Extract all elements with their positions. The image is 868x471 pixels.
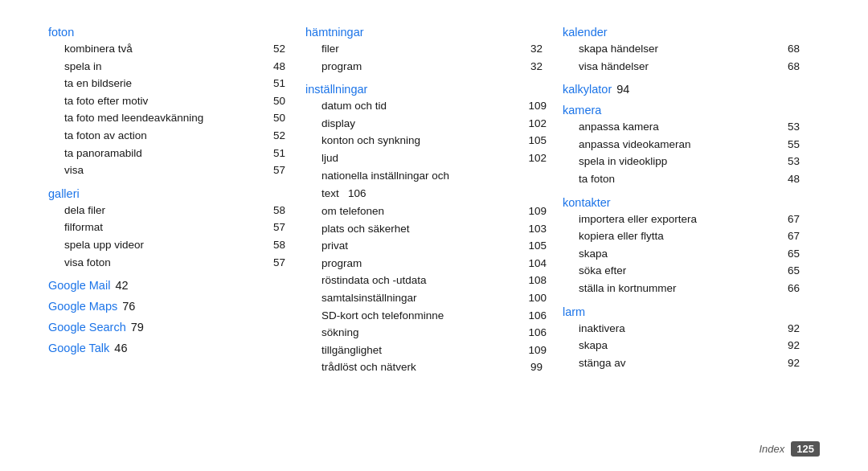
subitem-page: 102 <box>528 149 547 167</box>
subitem-page: 109 <box>528 203 547 220</box>
subitem-page: 57 <box>273 162 289 179</box>
subitem-page: 109 <box>528 342 547 359</box>
subitem-page: 66 <box>788 280 804 297</box>
subitem-page: 92 <box>788 354 804 372</box>
subitem-text: dela filer <box>64 202 268 219</box>
subitem-text: ta foto med leendeavkänning <box>64 109 268 127</box>
subitem-page: 109 <box>528 97 547 115</box>
subitem-page: 108 <box>528 272 547 289</box>
subitem-text: importera eller exportera <box>579 211 783 228</box>
subitem-page: 102 <box>528 115 547 133</box>
subitem-text: röstindata och -utdata <box>321 272 523 289</box>
index-subitem: filer32 <box>305 40 547 58</box>
subitem-text: datum och tid <box>321 97 523 115</box>
subitem-text: ställa in kortnummer <box>579 280 783 297</box>
subitem-text: tillgänglighet <box>321 342 523 359</box>
subitem-text: om telefonen <box>321 203 523 220</box>
index-subitem: konton och synkning105 <box>305 132 547 149</box>
heading-page: 42 <box>115 279 128 292</box>
subitem-page: 57 <box>273 219 289 236</box>
heading-page: 79 <box>131 321 144 334</box>
index-heading-hämtningar: hämtningar <box>305 26 547 39</box>
subitem-text: skapa händelser <box>579 40 783 58</box>
subitem-text: ljud <box>321 149 523 167</box>
subitem-text: ta foton <box>579 170 783 188</box>
subitem-text: spela in videoklipp <box>579 153 783 170</box>
subitem-text: ta foto efter motiv <box>64 92 268 110</box>
index-heading-foton: foton <box>48 26 289 39</box>
subitem-page: 104 <box>528 255 547 272</box>
subitem-page: 105 <box>528 237 547 255</box>
heading-page: 76 <box>122 300 135 313</box>
subitem-page: 55 <box>788 136 804 154</box>
subitem-text: program <box>321 255 523 272</box>
subitem-text: kombinera två <box>64 40 268 58</box>
subitem-text: skapa <box>579 337 783 354</box>
subitem-text: sökning <box>321 324 523 342</box>
index-subitem: visa foton57 <box>48 254 289 272</box>
subitem-text: ta foton av action <box>64 127 268 145</box>
index-heading-kalkylator: kalkylator94 <box>563 83 804 96</box>
subitem-page: 52 <box>273 127 289 145</box>
subitem-page: 68 <box>788 40 804 58</box>
subitem-page: 58 <box>273 236 289 254</box>
index-subitem: spela upp videor58 <box>48 236 289 254</box>
heading-page: 46 <box>114 342 127 354</box>
subitem-text: spela upp videor <box>64 236 268 254</box>
index-subitem: filformat57 <box>48 219 289 236</box>
column-1: fotonkombinera två52spela in48ta en bild… <box>48 26 305 445</box>
subitem-text: trådlöst och nätverk <box>321 358 526 376</box>
subitem-page: 65 <box>788 245 804 263</box>
subitem-page: 51 <box>273 145 289 162</box>
index-subitem: importera eller exportera67 <box>563 211 804 228</box>
index-subitem: spela in48 <box>48 58 289 76</box>
subitem-page: 106 <box>528 307 547 325</box>
index-subitem: kopiera eller flytta67 <box>563 227 804 245</box>
subitem-page: 48 <box>273 58 289 76</box>
subitem-page: 105 <box>528 132 547 149</box>
subitem-page: 99 <box>530 358 547 376</box>
subitem-text: stänga av <box>579 354 783 372</box>
subitem-text2: text 106 <box>321 187 366 199</box>
index-heading-google-maps: Google Maps76 <box>48 300 289 313</box>
footer-label: Index <box>759 443 784 455</box>
subitem-text: SD-kort och telefonminne <box>321 307 523 325</box>
subitem-text: kopiera eller flytta <box>579 227 783 245</box>
subitem-page: 53 <box>788 153 804 170</box>
subitem-text: anpassa kamera <box>579 118 783 136</box>
subitem-text: plats och säkerhet <box>321 220 523 238</box>
subitem-page: 52 <box>273 40 289 58</box>
index-subitem: inaktivera92 <box>563 320 804 338</box>
subitem-text: visa <box>64 162 268 179</box>
heading-text: Google Mail <box>48 279 110 292</box>
heading-page: 94 <box>616 83 629 96</box>
subitem-text: ta panoramabild <box>64 145 268 162</box>
index-heading-galleri: galleri <box>48 187 289 200</box>
subitem-text: program <box>321 58 526 76</box>
index-subitem: söka efter65 <box>563 262 804 280</box>
index-subitem: ta en bildserie51 <box>48 75 289 92</box>
index-subitem: datum och tid109 <box>305 97 547 115</box>
index-subitem: anpassa videokameran55 <box>563 136 804 154</box>
subitem-text: spela in <box>64 58 268 76</box>
subitem-text: filer <box>321 40 526 58</box>
index-subitem: skapa92 <box>563 337 804 354</box>
index-subitem: ta foto med leendeavkänning50 <box>48 109 289 127</box>
index-subitem: tillgänglighet109 <box>305 342 547 359</box>
subitem-page: 65 <box>788 262 804 280</box>
index-subitem: ställa in kortnummer66 <box>563 280 804 297</box>
index-subitem: SD-kort och telefonminne106 <box>305 307 547 325</box>
index-heading-kalender: kalender <box>563 26 804 39</box>
index-subitem: visa57 <box>48 162 289 179</box>
subitem-text: konton och synkning <box>321 132 523 149</box>
subitem-page: 51 <box>273 75 289 92</box>
index-subitem: program104 <box>305 255 547 272</box>
index-subitem: spela in videoklipp53 <box>563 153 804 170</box>
index-subitem: stänga av92 <box>563 354 804 372</box>
subitem-text: visa foton <box>64 254 268 272</box>
subitem-page: 92 <box>788 337 804 354</box>
index-subitem: privat105 <box>305 237 547 255</box>
index-subitem: röstindata och -utdata108 <box>305 272 547 289</box>
subitem-page: 103 <box>528 220 547 238</box>
subitem-page: 67 <box>788 211 804 228</box>
